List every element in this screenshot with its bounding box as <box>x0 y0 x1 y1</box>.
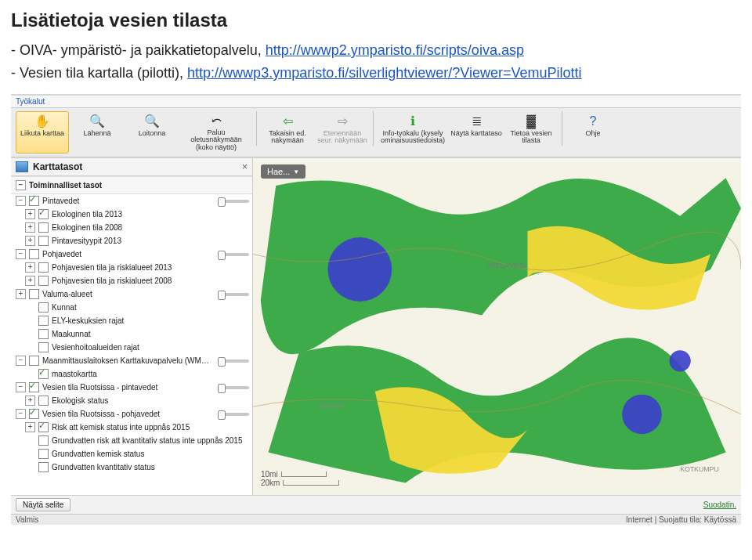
layer-row[interactable]: −Maanmittauslaitoksen Karttakuvapalvelu … <box>11 354 252 367</box>
link-oiva[interactable]: http://wwwp2.ymparisto.fi/scripts/oiva.a… <box>266 42 524 58</box>
layer-checkbox[interactable] <box>29 249 39 259</box>
map-label-kotkumpu: KOTKUMPU <box>680 465 719 473</box>
layer-row[interactable]: +Pintavesityypit 2013 <box>11 234 252 247</box>
expand-icon[interactable]: + <box>25 396 35 406</box>
expand-icon[interactable]: + <box>16 289 26 299</box>
layer-row[interactable]: −Pintavedet <box>11 194 252 208</box>
left-arrow-icon: ⇦ <box>279 114 296 129</box>
layer-checkbox[interactable] <box>29 356 39 366</box>
layer-checkbox[interactable] <box>29 196 39 206</box>
layer-checkbox[interactable] <box>38 462 49 472</box>
filter-link[interactable]: Suodatin. <box>703 500 736 509</box>
layer-checkbox[interactable] <box>29 409 39 419</box>
layer-checkbox[interactable] <box>38 435 49 446</box>
layer-row[interactable]: Maakunnat <box>11 327 252 341</box>
tool-forward: ⇨Etenennään seur. näkymään <box>316 111 369 154</box>
layer-row[interactable]: −Vesien tila Ruotsissa - pintavedet <box>11 381 252 394</box>
expand-icon[interactable]: + <box>25 236 35 246</box>
help-icon: ? <box>584 114 602 129</box>
layer-checkbox[interactable] <box>38 236 49 246</box>
layer-label: Ekologinen tila 2013 <box>52 210 249 219</box>
layer-checkbox[interactable] <box>29 289 39 299</box>
layer-row[interactable]: +Valuma-alueet <box>11 287 252 301</box>
layer-row[interactable]: Kunnat <box>11 301 252 314</box>
expand-icon[interactable]: + <box>25 262 35 273</box>
tool-zoom-out-label: Loitonna <box>139 130 166 137</box>
tab-tyokalut[interactable]: Työkalut <box>11 96 741 108</box>
show-legend-button[interactable]: Näytä selite <box>16 498 70 511</box>
svg-point-1 <box>327 237 392 302</box>
layer-row[interactable]: Grundvatten risk att kvantitativ status … <box>11 434 252 447</box>
layer-row[interactable]: maastokartta <box>11 367 252 381</box>
tool-help[interactable]: ?Ohje <box>566 111 620 154</box>
layer-checkbox[interactable] <box>38 316 49 326</box>
expand-icon[interactable]: + <box>25 222 35 233</box>
expand-icon[interactable]: + <box>25 209 35 219</box>
tool-zoom-out[interactable]: 🔍Loitonna <box>125 111 179 154</box>
tool-layers[interactable]: ≣Näytä karttataso <box>450 111 503 154</box>
tool-pan[interactable]: ✋Liikuta karttaa <box>16 111 69 154</box>
expand-icon[interactable]: − <box>16 356 26 366</box>
opacity-slider[interactable] <box>218 293 249 296</box>
layer-row[interactable]: +Risk att kemisk status inte uppnås 2015 <box>11 421 252 434</box>
layer-checkbox[interactable] <box>38 329 49 339</box>
layer-label: Grundvatten kvantitativ status <box>52 463 249 471</box>
layer-checkbox[interactable] <box>38 396 49 406</box>
layer-checkbox[interactable] <box>38 222 49 233</box>
expand-icon[interactable]: − <box>16 249 26 259</box>
layer-checkbox[interactable] <box>38 422 49 432</box>
search-dropdown[interactable]: Hae... ▼ <box>261 164 306 179</box>
layer-row[interactable]: +Pohjavesien tila ja riskialueet 2013 <box>11 261 252 274</box>
tool-home[interactable]: ⤺Paluu oletusnäkymään (koko näyttö) <box>180 111 252 154</box>
layer-row[interactable]: Vesienhoitoalueiden rajat <box>11 341 252 354</box>
expand-icon[interactable]: − <box>16 196 26 206</box>
layers-panel: Karttatasot × − Toiminnalliset tasot −Pi… <box>11 158 253 495</box>
layer-list: −Pintavedet+Ekologinen tila 2013+Ekologi… <box>11 194 252 474</box>
tool-forward-label: Etenennään seur. näkymään <box>316 130 368 145</box>
layer-row[interactable]: Grundvatten kemisk status <box>11 447 252 461</box>
expand-icon[interactable]: + <box>25 276 35 286</box>
tool-help-label: Ohje <box>585 130 600 137</box>
layer-label: Pintavesityypit 2013 <box>52 237 249 245</box>
layer-row[interactable]: −Vesien tila Ruotsissa - pohjavedet <box>11 407 252 421</box>
layer-checkbox[interactable] <box>38 342 49 352</box>
tool-water-info[interactable]: ▓Tietoa vesien tilasta <box>504 111 558 154</box>
opacity-slider[interactable] <box>218 200 249 203</box>
tool-water-info-label: Tietoa vesien tilasta <box>505 130 557 145</box>
layer-row[interactable]: +Ekologinen tila 2008 <box>11 221 252 234</box>
expand-icon[interactable]: − <box>16 409 26 419</box>
layer-checkbox[interactable] <box>29 382 39 392</box>
layer-row[interactable]: +Pohjavesien tila ja riskialueet 2008 <box>11 274 252 287</box>
layers-section-head[interactable]: − Toiminnalliset tasot <box>11 176 252 194</box>
section-collapse-icon[interactable]: − <box>16 180 26 190</box>
layer-row[interactable]: +Ekologinen tila 2013 <box>11 208 252 221</box>
opacity-slider[interactable] <box>218 386 249 389</box>
layer-row[interactable]: Grundvatten kvantitativ status <box>11 461 252 474</box>
opacity-slider[interactable] <box>218 413 249 416</box>
layer-checkbox[interactable] <box>38 449 49 459</box>
layer-row[interactable]: +Ekologisk status <box>11 394 252 407</box>
opacity-slider[interactable] <box>218 359 249 363</box>
link-vemu[interactable]: http://wwwp3.ymparisto.fi/silverlightvie… <box>187 65 581 81</box>
layer-label: Risk att kemisk status inte uppnås 2015 <box>52 423 249 432</box>
map-app: Työkalut ✋Liikuta karttaa 🔍Lähennä 🔍Loit… <box>11 94 741 525</box>
layer-row[interactable]: −Pohjavedet <box>11 247 252 261</box>
layer-checkbox[interactable] <box>38 369 49 379</box>
layer-checkbox[interactable] <box>38 209 49 219</box>
close-icon[interactable]: × <box>242 161 248 172</box>
map-label-asaari: ASAARI <box>319 402 344 410</box>
layer-checkbox[interactable] <box>38 262 49 273</box>
layer-label: Pohjavesien tila ja riskialueet 2008 <box>52 276 249 285</box>
svg-point-3 <box>669 350 690 371</box>
layer-row[interactable]: ELY-keskuksien rajat <box>11 314 252 327</box>
layer-label: maastokartta <box>52 370 249 378</box>
map-canvas[interactable]: PIELAVESI ASAARI KOTKUMPU Hae... ▼ 10mi … <box>253 158 741 495</box>
tool-back[interactable]: ⇦Takaisin ed. näkymään <box>261 111 314 154</box>
tool-zoom-in[interactable]: 🔍Lähennä <box>70 111 124 154</box>
layer-checkbox[interactable] <box>38 302 49 313</box>
tool-info[interactable]: ℹInfo-työkalu (kysely ominaisuustiedoist… <box>378 111 448 154</box>
expand-icon[interactable]: + <box>25 422 35 432</box>
expand-icon[interactable]: − <box>16 382 26 392</box>
layer-checkbox[interactable] <box>38 276 49 286</box>
opacity-slider[interactable] <box>218 253 249 256</box>
